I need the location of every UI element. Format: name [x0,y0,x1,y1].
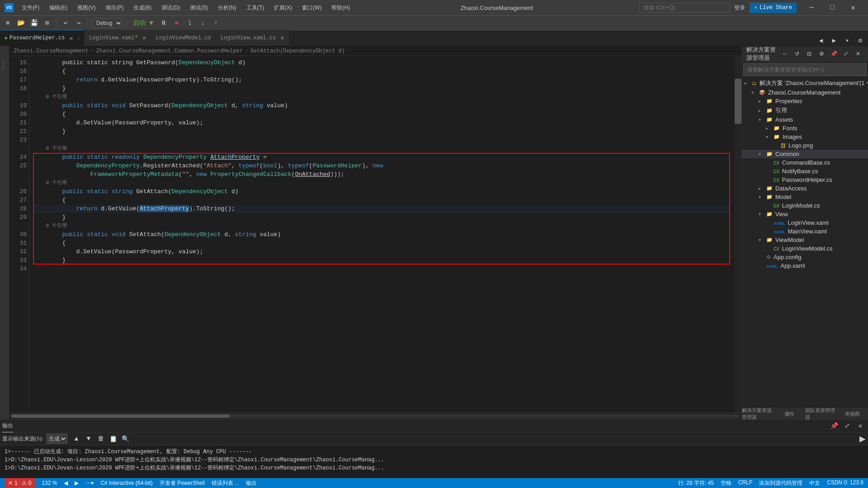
menu-item[interactable]: 窗口(W) [297,2,326,14]
output-float-button[interactable]: ⤢ [842,421,853,431]
tree-item[interactable]: ▾ 📦 Zhaoxi.CourseManagement [742,88,868,97]
tree-item[interactable]: ▾ 📁 Assets [742,115,868,124]
output-source-dropdown[interactable]: 生成 [47,434,67,444]
code-content[interactable]: public static string GetPassword(Depende… [29,56,735,412]
pause-button[interactable]: ⏸ [158,18,169,28]
save-button[interactable]: 💾 [28,18,39,28]
vertical-scrollbar[interactable] [735,56,741,412]
se-collapse-button[interactable]: ⊟ [804,48,815,59]
tree-item[interactable]: ▾ 📁 View [742,210,868,218]
tree-item[interactable]: C# CommandBase.cs [742,158,868,167]
menu-item[interactable]: 文件(F) [17,2,44,14]
breadcrumb-segment-3[interactable]: GetAttach(DependencyObject d) [250,48,345,54]
output-toolbar-btn2[interactable]: ▼ [83,433,94,444]
tab-scroll-left[interactable]: ◀ [816,35,826,46]
new-project-button[interactable]: ⊕ [2,18,13,28]
undo-button[interactable]: ↩ [60,18,71,28]
statusbar-zoom[interactable]: 132 % [42,480,57,486]
se-footer-tab-solution[interactable]: 解决方案资源管理器 [742,408,774,419]
user-login[interactable]: 登录 [734,4,745,12]
statusbar-language-mode[interactable]: C# Interactive (64-bit) [100,480,152,486]
se-float-button[interactable]: ⤢ [840,48,851,59]
se-close-button[interactable]: ✕ [853,48,863,59]
menu-item[interactable]: 项目(P) [101,2,128,14]
tab-loginview-cs[interactable]: LoginView.xaml.cs ✕ [216,30,289,46]
statusbar-add-to-source[interactable]: 添加到源代码管理 [759,479,802,487]
tree-item[interactable]: C# LoginViewModel.cs [742,244,868,253]
output-scroll-btn[interactable]: ▶ [859,434,866,444]
tree-item[interactable]: ▸ 📁 Fonts [742,124,868,133]
se-settings-button[interactable]: ⚙ [816,48,827,59]
tree-item[interactable]: ⚙ App.config [742,253,868,261]
menu-item[interactable]: 视图(V) [73,2,100,14]
menu-item[interactable]: 测试(S) [185,2,212,14]
minimize-button[interactable]: ─ [801,0,822,16]
menu-item[interactable]: 编辑(E) [45,2,72,14]
tab-close-passwordhelper[interactable]: ✕ [69,34,73,42]
tree-item[interactable]: C# NotifyBase.cs [742,167,868,175]
tree-item[interactable]: XAML MainView.xaml [742,227,868,236]
se-sync-button[interactable]: ↔ [779,48,790,59]
open-button[interactable]: 📂 [15,18,26,28]
step-over-button[interactable]: ⤵ [184,18,195,28]
menu-item[interactable]: 帮助(H) [327,2,354,14]
se-footer-tab-team[interactable]: 团队资源管理器 [805,408,837,419]
global-search-input[interactable] [639,3,730,13]
close-button[interactable]: ✕ [843,0,863,16]
tree-item[interactable]: ▸ 📁 Properties [742,97,868,105]
start-debug-button[interactable]: 启动 ▼ [130,18,156,28]
horizontal-scrollbar[interactable] [11,414,739,418]
tab-scroll-right[interactable]: ▶ [829,35,840,46]
se-search-input[interactable] [743,63,867,76]
tree-item[interactable]: XAML App.xaml [742,261,868,270]
statusbar-errors[interactable]: ✕ 1 ⚠ 0 [5,478,35,488]
output-toolbar-btn1[interactable]: ▲ [71,433,82,444]
statusbar-error-list-link[interactable]: 错误列表 ... [212,479,239,487]
menu-item[interactable]: 生成(B) [129,2,156,14]
breadcrumb-segment-1[interactable]: Zhaoxi.CourseManagement [14,48,89,54]
save-all-button[interactable]: ⊞ [42,18,52,28]
maximize-button[interactable]: □ [822,0,843,16]
tree-item[interactable]: C# PasswordHelper.cs [742,175,868,184]
menu-item[interactable]: 扩展(X) [269,2,297,14]
tree-item[interactable]: ▾ 📁 ViewModel [742,236,868,244]
breadcrumb-segment-2[interactable]: Zhaoxi.CourseManagement.Common.PasswordH… [96,48,243,54]
tree-item[interactable]: 🖼 Logo.png [742,141,868,150]
se-footer-tab-properties[interactable]: 属性 [774,408,805,419]
menu-item[interactable]: 工具(T) [242,2,269,14]
tab-passwordhelper[interactable]: ■ PasswordHelper.cs ✕ ◁ [0,30,85,46]
statusbar-nav-fwd[interactable]: ▶ [75,480,79,486]
output-tab-output[interactable]: 输出 [2,420,13,432]
se-pin-button[interactable]: 📌 [828,48,839,59]
menu-item[interactable]: 调试(D) [157,2,184,14]
step-into-button[interactable]: ↓ [198,18,208,28]
debug-config-dropdown[interactable]: Debug [92,18,123,28]
tab-close-loginview[interactable]: ✕ [142,34,146,42]
tab-list[interactable]: ▾ [842,35,853,46]
tree-item[interactable]: ▾ 🗂 解决方案 'Zhaoxi.CourseManagement'(1 个项目… [742,78,868,88]
tab-settings[interactable]: ⚙ [855,35,866,46]
step-out-button[interactable]: ↑ [211,18,222,28]
tree-item[interactable]: XAML LoginView.xaml [742,218,868,227]
tab-loginviewmodel[interactable]: LoginViewModel.cs [151,30,216,46]
statusbar-nav-extra[interactable]: ⋯▾ [85,480,94,486]
statusbar-lang-indicator[interactable]: 中文 [809,479,820,487]
tree-item[interactable]: C# LoginModel.cs [742,201,868,210]
output-close-button[interactable]: ✕ [855,421,866,431]
tree-item[interactable]: ▾ 📁 Images [742,133,868,141]
tree-item[interactable]: ▸ 📁 DataAccess [742,184,868,193]
statusbar-output-link[interactable]: 输出 [246,479,257,487]
se-refresh-button[interactable]: ↺ [792,48,802,59]
output-toolbar-btn4[interactable]: 📋 [108,433,118,444]
statusbar-encoding[interactable]: CRLF [738,479,752,487]
menu-item[interactable]: 分析(N) [213,2,241,14]
tree-item[interactable]: ▸ 📁 引用 [742,105,868,115]
se-footer-tab-class[interactable]: 类视图 [836,408,868,419]
statusbar-nav-back[interactable]: ◀ [64,480,68,486]
tree-item[interactable]: ▾ 📁 Common [742,150,868,158]
output-pin-button[interactable]: 📌 [829,421,840,431]
redo-button[interactable]: ↪ [73,18,84,28]
stop-button[interactable]: ■ [171,18,182,28]
output-toolbar-btn5[interactable]: 🔍 [120,433,131,444]
statusbar-dev-powershell[interactable]: 开发者 PowerShell [160,479,205,487]
